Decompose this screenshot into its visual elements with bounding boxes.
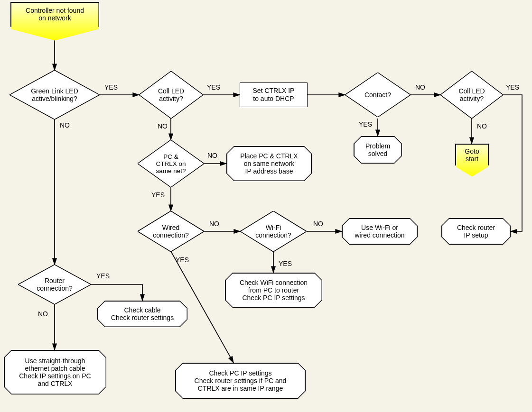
decision-samenet-text: PC & CTRLX on same net? [156, 153, 186, 174]
process-dhcp: Set CTRLX IP to auto DHCP [240, 82, 308, 107]
oct-usestraight: Use straight-through ethernet patch cabl… [4, 350, 106, 394]
decision-router-text: Router connection? [37, 277, 73, 292]
label-router-yes: YES [96, 272, 110, 280]
oct-placepc-text: Place PC & CTRLX on same network IP addr… [240, 152, 298, 175]
decision-wifi: Wi-Fi connection? [240, 211, 307, 252]
decision-router: Router connection? [18, 265, 91, 304]
oct-solved: Problem solved [354, 136, 402, 164]
start-node: Controller not found on network [11, 3, 99, 41]
oct-checkwifi-text: Check WiFi connection from PC to router … [240, 279, 308, 302]
decision-coll1: Coll LED activity? [139, 71, 203, 119]
label-samenet-yes: YES [151, 191, 165, 199]
label-coll2-no: NO [477, 122, 487, 130]
label-router-no: NO [38, 310, 48, 318]
decision-coll2: Coll LED activity? [440, 71, 503, 119]
oct-checkwifi: Check WiFi connection from PC to router … [225, 273, 322, 308]
decision-samenet: PC & CTRLX on same net? [138, 140, 204, 187]
decision-wifi-text: Wi-Fi connection? [255, 224, 291, 239]
oct-usewifi-text: Use Wi-Fi or wired connection [355, 224, 404, 239]
label-coll1-yes: YES [207, 83, 220, 91]
label-greenlink-no: NO [60, 121, 70, 129]
decision-coll1-text: Coll LED activity? [158, 87, 184, 102]
oct-solved-text: Problem solved [365, 142, 390, 157]
decision-contact-text: Contact? [364, 91, 391, 99]
label-wifi-yes: YES [279, 260, 292, 267]
decision-wired-text: Wired connection? [153, 224, 189, 239]
label-contact-yes: YES [359, 120, 372, 128]
oct-checkcable-text: Check cable Check router settings [111, 306, 174, 321]
decision-greenlink-text: Green Link LED active/blinking? [31, 87, 78, 102]
label-samenet-no: NO [207, 152, 217, 159]
oct-usestraight-text: Use straight-through ethernet patch cabl… [19, 357, 91, 387]
label-wired-no: NO [209, 220, 219, 228]
decision-greenlink: Green Link LED active/blinking? [9, 70, 100, 119]
process-dhcp-text: Set CTRLX IP to auto DHCP [253, 87, 295, 103]
oct-checkpcip: Check PC IP settings Check router settin… [175, 363, 306, 399]
oct-usewifi: Use Wi-Fi or wired connection [342, 218, 418, 245]
oct-placepc: Place PC & CTRLX on same network IP addr… [226, 146, 312, 181]
oct-checkrouter-text: Check router IP setup [457, 224, 495, 239]
goto-node: Goto start [456, 145, 488, 177]
label-coll1-no: NO [158, 122, 168, 130]
goto-text: Goto start [465, 147, 479, 163]
label-coll2-yes: YES [506, 83, 519, 91]
oct-checkcable: Check cable Check router settings [97, 301, 187, 327]
decision-contact: Contact? [345, 73, 411, 117]
label-wifi-no: NO [313, 220, 323, 228]
oct-checkrouter: Check router IP setup [441, 218, 511, 245]
decision-coll2-text: Coll LED activity? [458, 87, 485, 102]
oct-checkpcip-text: Check PC IP settings Check router settin… [195, 369, 287, 392]
label-wired-yes: YES [176, 256, 189, 264]
decision-wired: Wired connection? [138, 211, 204, 252]
label-contact-no: NO [415, 83, 425, 91]
start-text: Controller not found on network [26, 7, 84, 22]
label-greenlink-yes: YES [104, 83, 118, 91]
